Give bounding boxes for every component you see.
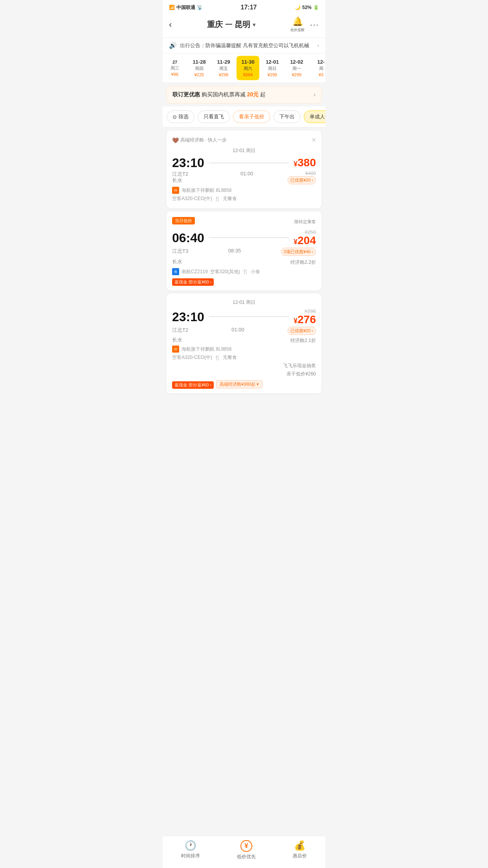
flight-1-original-price: ¥400 [305, 171, 316, 176]
flight-2-plane-type: 空客320(其他) [210, 268, 240, 275]
flight-2-arr-airport: 长水 [172, 258, 182, 266]
announcement-arrow: › [317, 42, 319, 48]
date-item-1[interactable]: 11-28 周四 ¥225 [188, 56, 211, 80]
flight-3-economy-discount: 经济舱2.1折 [290, 337, 316, 344]
filter-bar: ⊙ 筛选 只看直飞 看亲子低价 下午出 单成人价格 ▾ [163, 107, 325, 127]
close-button-1[interactable]: × [312, 136, 316, 144]
flight-3-info: 祥 海航旗下祥鹏航 8L9858 [172, 346, 316, 353]
date-price-2: ¥299 [215, 72, 233, 77]
date-num-0: 27 [166, 60, 184, 64]
flight-card-1[interactable]: 🤎 高端经济舱 · 快人一步 × 12-01 周日 23:10 ¥380 江北T… [167, 131, 321, 208]
flight-3-arr-time: 01:00 [231, 327, 244, 333]
date-item-2[interactable]: 11-29 周五 ¥299 [212, 56, 235, 80]
afternoon-button[interactable]: 下午出 [273, 110, 301, 123]
promo-content: 联订更优惠 购买国内机票再减 20元 起 [172, 91, 266, 98]
promo-highlight: 20元 [247, 91, 259, 97]
meal-icon-3: 🍴 [215, 355, 220, 360]
date-item-6[interactable]: 12- 周 ¥3 [310, 56, 325, 80]
to-city: 昆明 [235, 19, 250, 30]
signal-icon: 📶 [169, 5, 175, 10]
adult-price-button[interactable]: 单成人价格 ▾ [304, 110, 325, 123]
date-day-0: 周三 [166, 65, 184, 71]
route-arrow: 一 [225, 20, 232, 29]
cashback-tag-2[interactable]: 返现金 部分返¥60 › [172, 278, 214, 286]
flight-1-arr-airport: 长水 [172, 177, 182, 184]
nav-header: ‹ 重庆 一 昆明 ▾ 🔔 低价提醒 ··· [163, 13, 325, 38]
route-title: 重庆 一 昆明 ▾ [207, 19, 255, 30]
bell-button[interactable]: 🔔 低价提醒 [290, 17, 305, 33]
flight-2-airline-logo: 南 [172, 268, 179, 275]
date-item-4[interactable]: 12-01 周日 ¥299 [261, 56, 284, 80]
flight-2-airline-name: 南航CZ2119 [182, 268, 208, 275]
filter-label: 筛选 [178, 113, 189, 120]
promo-suffix: 起 [260, 91, 266, 97]
date-picker: 27 周三 ¥96 11-28 周四 ¥225 11-29 周五 ¥299 11… [163, 53, 325, 83]
more-button[interactable]: ··· [310, 20, 319, 29]
status-time: 17:17 [241, 4, 257, 11]
flight-2-price: ¥204 [294, 235, 316, 246]
date-price-3: ¥204 [239, 72, 257, 77]
promo-banner[interactable]: 联订更优惠 购买国内机票再减 20元 起 › [167, 86, 321, 103]
bell-icon: 🔔 [292, 17, 303, 27]
promo-text: 购买国内机票再减 [202, 91, 246, 97]
announcement-text: 出行公告：防诈骗温馨提醒 凡有冒充航空公司以飞机机械 [180, 42, 314, 49]
flight-1-discount-tag[interactable]: 已优惠¥20 › [288, 176, 316, 184]
flight-2-discount-tag[interactable]: 3项已优惠¥46 › [281, 248, 316, 256]
date-item-3[interactable]: 11-30 周六 ¥204 [237, 56, 259, 80]
flight-1-date-label: 12-01 周日 [172, 147, 316, 154]
date-item-0[interactable]: 27 周三 ¥96 [163, 57, 186, 80]
announcement-icon: 🔊 [169, 42, 177, 49]
premium-icon: 🤎 [172, 137, 179, 143]
flight-3-meal: 无餐食 [223, 354, 237, 361]
from-city: 重庆 [207, 19, 223, 30]
promo-title: 联订更优惠 [172, 91, 200, 97]
flight-1-airline-name: 海航旗下祥鹏航 8L9858 [182, 187, 231, 194]
flight-3-price-block: ¥296 ¥276 [294, 308, 316, 325]
date-price-5: ¥299 [288, 72, 306, 77]
flight-3-feifile-tag: 飞飞乐现金抽奖 [283, 362, 316, 369]
date-day-4: 周日 [263, 66, 281, 72]
limited-tag: 限特定乘客 [294, 219, 316, 225]
nav-actions: 🔔 低价提醒 ··· [290, 17, 319, 33]
date-day-3: 周六 [239, 66, 257, 72]
direct-flight-label: 只看直飞 [204, 113, 224, 120]
flight-3-line [209, 316, 289, 317]
flight-3-main: 23:10 ¥296 ¥276 [172, 308, 316, 325]
flight-card-2[interactable]: 当日低价 限特定乘客 06:40 ¥250 ¥204 江北T3 08:35 3项… [167, 211, 321, 291]
premium-price-tag-3[interactable]: 高端经济舱¥380起 ▾ [216, 380, 262, 388]
flight-3-discount-tag[interactable]: 已优惠¥20 › [288, 327, 316, 335]
date-price-1: ¥225 [190, 72, 208, 77]
announcement-bar[interactable]: 🔊 出行公告：防诈骗温馨提醒 凡有冒充航空公司以飞机机械 › [163, 38, 325, 53]
flight-1-price-info: ¥400 [305, 171, 316, 176]
flight-3-bottom-tags: 返现金 部分返¥60 › 高端经济舱¥380起 ▾ [172, 380, 316, 389]
adult-price-label: 单成人价格 ▾ [310, 113, 325, 120]
cashback-tag-3[interactable]: 返现金 部分返¥60 › [172, 381, 214, 389]
battery-icon: 🔋 [313, 5, 319, 10]
back-button[interactable]: ‹ [169, 20, 172, 30]
flight-card-3[interactable]: 12-01 周日 23:10 ¥296 ¥276 江北T2 01:00 已优惠¥… [167, 294, 321, 394]
meal-icon-2: 🍴 [242, 269, 248, 274]
flight-2-cashback[interactable]: 返现金 部分返¥60 › [172, 277, 316, 286]
flight-3-date-label: 12-01 周日 [172, 299, 316, 306]
flight-1-airline-logo: 祥 [172, 187, 179, 194]
flight-2-meal: 小食 [251, 268, 260, 275]
flight-2-info: 南 南航CZ2119 空客320(其他) 🍴 小食 [172, 268, 316, 275]
family-low-price-label: 看亲子低价 [239, 113, 264, 120]
flight-2-dep-airport: 江北T3 [172, 248, 188, 255]
status-bar: 📶 中国联通 📡 17:17 🌙 52% 🔋 [163, 0, 325, 13]
flight-3-plane-info: 空客A320-CEO(中) 🍴 无餐食 [172, 354, 316, 361]
flight-1-plane-type: 空客A320-CEO(中) [172, 195, 212, 202]
filter-button[interactable]: ⊙ 筛选 [167, 110, 194, 123]
flight-1-arr-time: 01:00 [240, 171, 253, 177]
flight-2-arr-time: 08:35 [228, 248, 241, 254]
family-low-price-button[interactable]: 看亲子低价 [233, 110, 270, 123]
date-item-5[interactable]: 12-02 周一 ¥299 [285, 56, 308, 80]
status-right: 🌙 52% 🔋 [295, 5, 319, 10]
date-day-6: 周 [312, 66, 325, 72]
direct-flight-button[interactable]: 只看直飞 [198, 110, 230, 123]
flight-3-dep-airport: 江北T2 [172, 327, 188, 334]
today-low-tag: 当日低价 [172, 217, 195, 224]
date-price-0: ¥96 [166, 72, 184, 77]
flight-3-plane-type: 空客A320-CEO(中) [172, 354, 212, 361]
title-dropdown-icon[interactable]: ▾ [253, 22, 255, 28]
